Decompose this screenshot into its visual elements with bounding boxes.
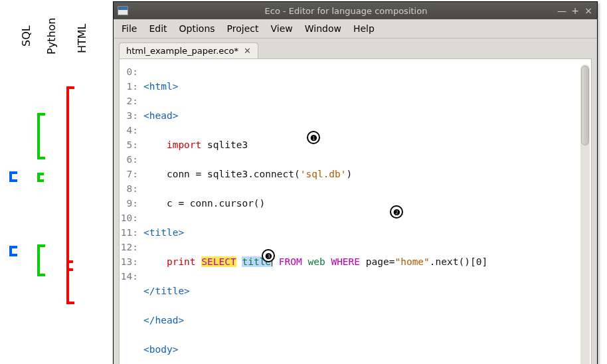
code-line-6: print SELECT title FROM web WHERE page="… — [143, 254, 591, 269]
tab-label: html_example_paper.eco* — [126, 46, 238, 56]
code-line-4: c = conn.cursor() — [143, 196, 591, 211]
menu-view[interactable]: View — [271, 23, 293, 34]
code-line-7: </title> — [143, 284, 591, 298]
line-number: 13: — [120, 254, 138, 269]
maximize-button[interactable]: + — [570, 6, 580, 15]
menu-help[interactable]: Help — [353, 23, 375, 34]
line-number: 7: — [120, 167, 138, 181]
menubar: File Edit Options Project View Window He… — [114, 19, 597, 39]
code-area[interactable]: <html> <head> import sqlite3 conn = sqli… — [142, 64, 591, 364]
line-number: 5: — [120, 137, 138, 152]
label-python: Python — [45, 18, 58, 54]
bracket-html-main — [66, 86, 74, 304]
scrollbar-thumb[interactable] — [581, 66, 589, 145]
line-number: 10: — [120, 211, 138, 225]
line-number: 1: — [120, 79, 138, 94]
code-line-8: </head> — [143, 313, 591, 327]
bracket-python-1 — [37, 113, 45, 159]
code-line-2: import sqlite3 — [143, 137, 591, 152]
window-title: Eco - Editor for language composition — [135, 6, 557, 16]
annotation-2: ❷ — [390, 205, 403, 219]
line-number: 2: — [120, 94, 138, 108]
gutter: 0: 1: 2: 3: 4: 5: 6: 7: 8: 9: 10: 11: 12… — [120, 64, 142, 364]
minimize-button[interactable]: — — [557, 6, 566, 15]
menu-options[interactable]: Options — [179, 23, 215, 34]
bracket-python-2 — [37, 244, 45, 276]
tabbar: html_example_paper.eco* ✕ — [114, 39, 597, 58]
bracket-sql-1 — [9, 171, 17, 182]
bracket-sql-2 — [9, 246, 17, 256]
brackets-overlay — [0, 0, 113, 364]
label-sql: SQL — [20, 25, 33, 46]
code-line-9: <body> — [143, 342, 591, 357]
line-number: 11: — [120, 225, 138, 240]
annotation-3: ❸ — [262, 249, 275, 262]
app-window: Eco - Editor for language composition — … — [113, 1, 598, 364]
line-number: 6: — [120, 152, 138, 167]
line-number: 3: — [120, 108, 138, 123]
language-labels: SQL Python HTML — [4, 7, 70, 53]
code-line-1: <head> — [143, 108, 591, 123]
line-number: 14: — [120, 269, 138, 284]
code-editor[interactable]: 0: 1: 2: 3: 4: 5: 6: 7: 8: 9: 10: 11: 12… — [120, 59, 591, 364]
menu-file[interactable]: File — [122, 23, 137, 34]
line-number: 12: — [120, 240, 138, 254]
menu-project[interactable]: Project — [227, 23, 259, 34]
app-icon — [118, 6, 128, 15]
window-buttons: — + × — [557, 6, 593, 15]
titlebar[interactable]: Eco - Editor for language composition — … — [114, 2, 597, 19]
tab-close-icon[interactable]: ✕ — [244, 46, 251, 56]
annotation-1: ❶ — [307, 131, 320, 144]
line-number: 8: — [120, 181, 138, 196]
tab-active[interactable]: html_example_paper.eco* ✕ — [119, 43, 258, 58]
bracket-python-1b — [37, 173, 44, 182]
code-line-0: <html> — [143, 79, 591, 94]
vertical-scrollbar[interactable] — [580, 64, 590, 364]
bracket-html-inner — [66, 260, 73, 271]
line-number: 9: — [120, 196, 138, 211]
menu-window[interactable]: Window — [305, 23, 341, 34]
close-button[interactable]: × — [584, 6, 593, 15]
label-html: HTML — [76, 23, 88, 53]
line-number: 0: — [120, 64, 138, 79]
code-line-3: conn = sqlite3.connect('sql.db') — [143, 167, 591, 181]
menu-edit[interactable]: Edit — [149, 23, 167, 34]
line-number: 4: — [120, 123, 138, 137]
editor-wrap: 0: 1: 2: 3: 4: 5: 6: 7: 8: 9: 10: 11: 12… — [119, 58, 592, 364]
code-line-5: <title> — [143, 225, 591, 240]
